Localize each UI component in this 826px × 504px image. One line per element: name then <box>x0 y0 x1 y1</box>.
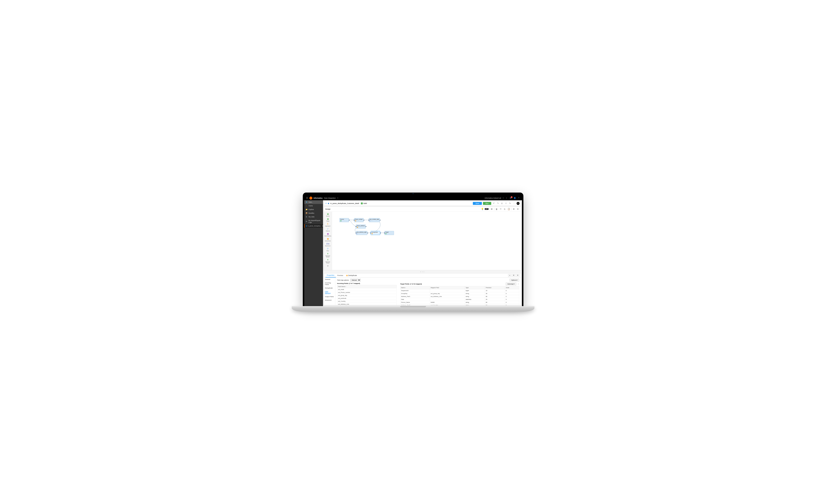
table-row[interactable]: out_postcode <box>337 297 396 300</box>
hamburger-icon[interactable]: ☰ <box>306 197 308 199</box>
table-row[interactable]: SequenceIdbigint190 <box>400 289 519 292</box>
th-name[interactable]: Name ▾ <box>400 286 430 289</box>
tab-transform: ▦ Deduplicate <box>345 273 358 277</box>
log-icon: 🗎 <box>306 220 307 222</box>
brand-logo <box>309 196 313 200</box>
table-row[interactable]: Person_NameNAMEstring800 <box>400 301 519 304</box>
palette-target[interactable]: ▦Target <box>324 217 331 222</box>
palette-hierarchy-builder[interactable]: ⬍Hierarchy Builder <box>324 252 331 258</box>
th-scale[interactable]: Scale <box>505 286 519 289</box>
save-button[interactable]: Save <box>473 202 482 205</box>
paste-icon[interactable]: 📋 <box>507 207 511 211</box>
node-parse-address[interactable]: Parse_address ▦ <box>356 225 366 229</box>
edit-icon[interactable]: ✎ <box>509 202 512 205</box>
th-type[interactable]: Type <box>465 286 485 289</box>
node-parse-contact[interactable]: Parse_contact ▦ <box>354 218 364 222</box>
palette-source[interactable]: ▦Source <box>324 212 331 217</box>
design-panel: Design 💡 OFF ⊞ 🗑 ✂ ⎘ <box>324 206 521 270</box>
mapping-header: ⊕ ◆ m_parse_deduplicate_Customer_detail … <box>324 201 521 206</box>
close-button[interactable]: ✕ <box>517 202 520 205</box>
org-chevron-icon[interactable]: ▼ <box>503 197 504 199</box>
table-row[interactable]: out_Address_Line <box>337 303 396 305</box>
tab-close-icon[interactable]: ● <box>322 225 323 227</box>
palette-aggregator[interactable]: ΣAggregator <box>324 222 331 227</box>
sidebar-item-bundles[interactable]: 📦 Bundles <box>304 211 323 215</box>
tab-preview[interactable]: Preview <box>336 273 345 277</box>
vtab-general[interactable]: General <box>324 277 335 281</box>
bundle-icon: 📦 <box>306 212 307 214</box>
expand-icon[interactable]: ⊕ <box>326 202 327 204</box>
help-icon[interactable]: ? <box>518 197 520 199</box>
target-more-icon[interactable]: ⋮ <box>517 283 519 285</box>
table-row[interactable]: out_Country <box>337 300 396 303</box>
schedule-icon[interactable]: ⎙ <box>500 202 504 205</box>
layout-full-icon[interactable]: ▭ <box>508 274 512 277</box>
palette-hierarchy-parser[interactable]: ⬍Hierarchy Parser <box>324 258 331 264</box>
home-icon: ⌂ <box>306 205 307 207</box>
org-name[interactable]: Informatica Ireland Ltd <box>485 197 501 199</box>
download-icon[interactable]: ⇩ <box>505 202 508 205</box>
zoom-out-icon[interactable]: ⊖ <box>516 207 520 211</box>
th-mapped[interactable]: Mapped Field <box>430 286 465 289</box>
toggle-off[interactable]: OFF <box>485 208 488 210</box>
node-exp-contact[interactable]: exp_contact_adjs ƒ <box>369 218 380 222</box>
vtab-output[interactable]: Output Fields <box>324 295 335 298</box>
options-button[interactable]: Options ▾ <box>510 279 519 281</box>
mapping-canvas[interactable]: Source ▦ Parse_contact ▦ <box>332 212 521 270</box>
fieldmap-select[interactable]: Manual <box>350 279 361 281</box>
target-fields-section: Target Fields: (7 of 13 mapped) Automap … <box>400 282 519 305</box>
tab-properties[interactable]: Properties <box>326 273 336 277</box>
table-row[interactable]: out_email <box>337 288 396 291</box>
sidebar-item-new[interactable]: ✚ New... <box>304 200 323 204</box>
sidebar-item-explore[interactable]: 📁 Explore <box>304 208 323 211</box>
laptop-camera <box>413 193 413 194</box>
properties-panel: Properties Preview ▦ Deduplicate ▭ ⊟ ⊡ <box>324 273 521 305</box>
layout-split-icon[interactable]: ⊟ <box>512 274 516 277</box>
incoming-header[interactable]: Field Name ▾ <box>337 285 396 288</box>
sidebar-label: New... <box>309 201 313 203</box>
notification-icon[interactable]: 🛒 0 <box>510 197 512 199</box>
run-button[interactable]: Run <box>483 202 491 205</box>
palette-expression[interactable]: ƒ(x)Expression <box>324 242 331 247</box>
palette-more[interactable]: ⊘ <box>324 264 331 267</box>
sidebar-item-importexport[interactable]: 🗎 My Import/Export Logs <box>304 218 323 224</box>
redo-icon[interactable]: ↷ <box>496 202 499 205</box>
product-chevron-icon[interactable]: ▼ <box>337 197 339 199</box>
copy-icon[interactable]: ⎘ <box>503 207 507 211</box>
automap-button[interactable]: Automap ▾ <box>506 282 516 286</box>
vtab-fieldmapping[interactable]: Field Mapping <box>324 290 335 295</box>
sidebar-item-home[interactable]: ⌂ Home <box>304 204 323 208</box>
grid-icon[interactable]: ⊞ <box>490 207 493 211</box>
table-row[interactable]: Datedate/time299 <box>400 298 519 301</box>
vtab-advanced[interactable]: Advanced <box>324 298 335 302</box>
vtab-incoming[interactable]: Incoming Fields <box>324 281 335 286</box>
table-row[interactable]: Address_Part1out_Address_Linestring800 <box>400 295 519 298</box>
node-target[interactable]: Target ▦ <box>385 231 394 235</box>
layout-bottom-icon[interactable]: ⊡ <box>516 274 520 277</box>
table-row[interactable]: out_group_key <box>337 294 396 297</box>
lightbulb-icon[interactable]: 💡 <box>481 207 484 211</box>
table-row[interactable]: GroupKeyout_group_keystring300 <box>400 292 519 295</box>
sidebar-item-myjobs[interactable]: 🗎 My Jobs <box>304 215 323 218</box>
mapping-icon: ◆ <box>328 202 329 204</box>
table-row[interactable]: Address_Part2out_Countrystring800 <box>400 304 519 305</box>
node-source[interactable]: Source ▦ <box>339 218 349 222</box>
th-precision[interactable]: Precision <box>485 286 505 289</box>
table-row[interactable]: out_Phone_number <box>337 291 396 294</box>
user-icon[interactable]: 👤 <box>514 197 516 199</box>
delete-icon[interactable]: 🗑 <box>495 207 498 211</box>
palette-filter[interactable]: ▽Filter <box>324 247 331 252</box>
more-icon[interactable]: ⋮ <box>513 202 516 205</box>
vtab-deduplicate[interactable]: Deduplicate <box>324 286 335 290</box>
palette-cleanse[interactable]: ✓Cleanse <box>324 227 331 232</box>
palette-deduplicate[interactable]: ▦Deduplicate <box>324 237 331 242</box>
palette-datamasking[interactable]: ▦Data Masking <box>324 232 331 237</box>
sidebar-open-tab[interactable]: ◆ m_parse_deduplica... ● <box>304 224 323 228</box>
splitter[interactable]: ● ● ● <box>324 271 521 272</box>
cut-icon[interactable]: ✂ <box>499 207 503 211</box>
product-name[interactable]: Data Integration <box>324 197 336 199</box>
node-deduplicate[interactable]: Deduplicate ▦ <box>371 231 380 235</box>
undo-icon[interactable]: ↶ <box>492 202 495 205</box>
node-exp-address[interactable]: exp_address_adjs ƒ <box>356 231 367 235</box>
zoom-in-icon[interactable]: ⊕ <box>512 207 516 211</box>
